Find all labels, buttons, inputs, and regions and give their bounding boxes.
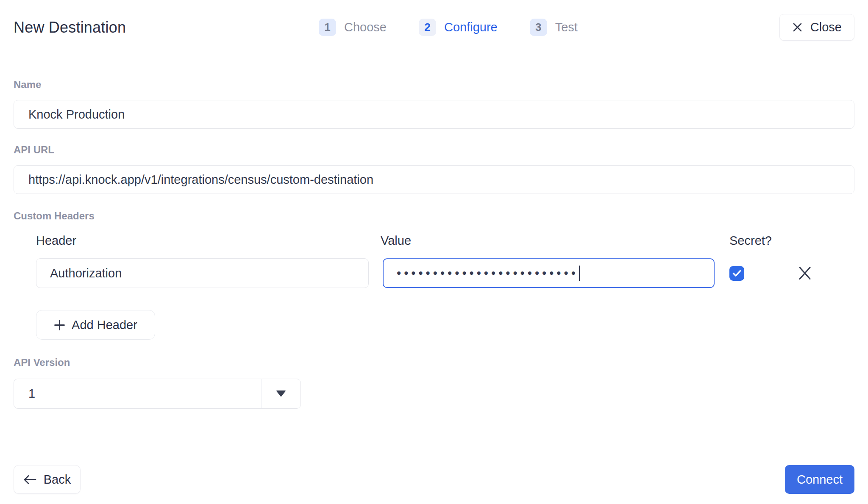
api-version-select[interactable]: 1 [14, 379, 301, 409]
header-key-input[interactable] [36, 258, 369, 288]
stepper: 1 Choose 2 Configure 3 Test [319, 14, 578, 41]
check-icon [732, 270, 741, 277]
close-button-label: Close [810, 20, 842, 34]
delete-x-icon [797, 266, 812, 281]
step-test-label: Test [555, 20, 578, 34]
page-title: New Destination [14, 19, 126, 36]
arrow-left-icon [23, 474, 36, 485]
step-choose-label: Choose [344, 20, 387, 34]
custom-header-row: ••••••••••••••••••••••••• [14, 258, 854, 288]
new-destination-dialog: New Destination 1 Choose 2 Configure 3 T… [0, 0, 868, 504]
step-configure[interactable]: 2 Configure [419, 19, 498, 36]
name-input[interactable] [14, 100, 854, 129]
step-test-number: 3 [530, 19, 547, 36]
api-version-label: API Version [14, 357, 854, 368]
column-secret-label: Secret? [729, 234, 772, 248]
dialog-header: New Destination 1 Choose 2 Configure 3 T… [14, 0, 854, 41]
delete-header-button[interactable] [797, 265, 813, 281]
back-button-label: Back [44, 473, 71, 487]
add-header-label: Add Header [72, 318, 137, 332]
secret-checkbox[interactable] [729, 266, 744, 281]
masked-secret-value: ••••••••••••••••••••••••• [397, 267, 579, 280]
api-url-input[interactable] [14, 165, 854, 194]
close-icon [792, 22, 803, 33]
connect-button[interactable]: Connect [785, 465, 854, 494]
plus-icon [54, 319, 65, 331]
step-configure-label: Configure [444, 20, 498, 34]
step-test[interactable]: 3 Test [530, 19, 578, 36]
header-value-input[interactable]: ••••••••••••••••••••••••• [383, 258, 715, 288]
column-header-label: Header [36, 234, 76, 248]
dialog-footer: Back Connect [14, 465, 854, 494]
api-url-label: API URL [14, 144, 854, 156]
chevron-down-icon [276, 390, 286, 397]
column-value-label: Value [381, 234, 411, 248]
close-button[interactable]: Close [779, 14, 854, 41]
custom-headers-column-row: Header Value Secret? [14, 234, 854, 247]
text-cursor [579, 266, 580, 281]
name-label: Name [14, 79, 854, 91]
connect-button-label: Connect [797, 473, 843, 487]
add-header-button[interactable]: Add Header [36, 310, 155, 340]
step-choose-number: 1 [319, 19, 336, 36]
back-button[interactable]: Back [14, 465, 81, 494]
custom-headers-label: Custom Headers [14, 210, 854, 222]
step-choose[interactable]: 1 Choose [319, 19, 387, 36]
api-version-selected-value: 1 [14, 379, 261, 408]
step-configure-number: 2 [419, 19, 436, 36]
select-arrow-box[interactable] [261, 379, 300, 408]
